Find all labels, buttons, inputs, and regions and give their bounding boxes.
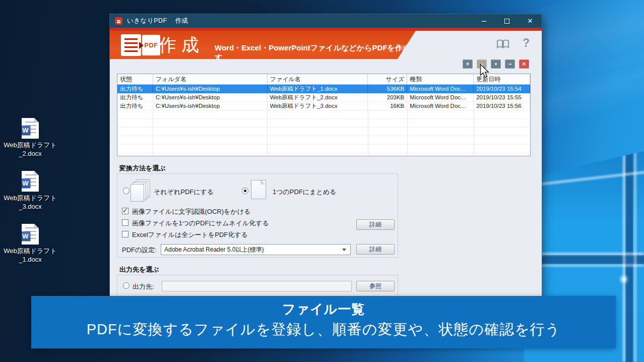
cell-size: 536KB	[368, 85, 407, 93]
manual-book-icon[interactable]	[496, 39, 510, 50]
desktop-icon-docx-3[interactable]: W Web原稿ドラフト_3.docx	[3, 171, 57, 211]
cell-file: Web原稿ドラフト_3.docx	[268, 102, 368, 110]
title-bar[interactable]: いきなりPDF 作成 ─ ✕	[110, 14, 542, 28]
cell-type: Microsoft Word Doc...	[407, 93, 474, 101]
mouse-cursor	[479, 64, 490, 79]
thumbnail-detail-button[interactable]: 詳細	[356, 219, 395, 230]
page-title: 作成	[159, 33, 204, 57]
browse-button[interactable]: 参照	[356, 281, 395, 291]
close-button[interactable]: ✕	[519, 14, 542, 28]
radio-output-path[interactable]	[123, 282, 130, 289]
word-file-icon: W	[22, 224, 39, 245]
table-row[interactable]: 出力待ち C:¥Users¥s-ish¥Desktop Web原稿ドラフト_1.…	[117, 85, 530, 93]
checkbox-thumbnail-label[interactable]: 画像ファイルを1つのPDFにサムネイル化する	[132, 219, 269, 228]
grid-line	[267, 110, 268, 155]
output-group: 出力先: 参照	[117, 275, 398, 296]
checkbox-ocr-label[interactable]: 画像ファイルに文字認識(OCR)をかける	[132, 207, 250, 216]
add-file-button[interactable]: +	[463, 59, 473, 69]
cell-folder: C:¥Users¥s-ish¥Desktop	[153, 102, 268, 110]
desktop-icon-label: Web原稿ドラフト_1.docx	[3, 247, 57, 264]
grid-line	[153, 110, 153, 155]
minimize-button[interactable]: ─	[472, 14, 495, 28]
cell-file: Web原稿ドラフト_2.docx	[268, 93, 368, 101]
app-icon	[115, 17, 122, 25]
maximize-icon	[504, 19, 509, 24]
maximize-button[interactable]	[495, 14, 519, 28]
radio-each-pdf[interactable]	[123, 188, 130, 194]
caption-title: ファイル一覧	[31, 300, 616, 318]
checkbox-excel-sheets[interactable]	[122, 231, 128, 237]
wallpaper-glow-line	[524, 265, 644, 266]
column-header-size[interactable]: サイズ	[368, 74, 407, 84]
conversion-section-title: 変換方法を選ぶ	[119, 164, 166, 173]
wallpaper-glow-line	[634, 151, 636, 362]
cell-size: 203KB	[368, 93, 407, 101]
grid-line	[474, 110, 474, 155]
wallpaper-glow-line	[524, 253, 644, 255]
cell-status: 出力待ち	[117, 85, 153, 93]
cell-size: 16KB	[368, 102, 407, 110]
window-title-app: いきなりPDF	[127, 17, 167, 25]
table-empty-area	[117, 110, 530, 155]
cell-modified: 2019/10/23 15:55	[474, 93, 530, 101]
wallpaper-glow-line	[623, 151, 625, 362]
document-icon	[121, 34, 141, 56]
word-file-icon: W	[22, 118, 39, 139]
arrow-icon	[139, 42, 144, 49]
cell-status: 出力待ち	[117, 102, 153, 110]
checkbox-thumbnail[interactable]	[122, 219, 128, 226]
column-header-folder[interactable]: フォルダ名	[153, 74, 268, 84]
single-page-icon	[251, 180, 266, 199]
cell-type: Microsoft Word Doc...	[407, 102, 474, 110]
word-logo-badge: W	[21, 178, 30, 188]
grid-line	[407, 110, 408, 155]
table-row[interactable]: 出力待ち C:¥Users¥s-ish¥Desktop Web原稿ドラフト_3.…	[117, 102, 530, 110]
checkbox-ocr[interactable]	[122, 208, 128, 214]
cell-folder: C:¥Users¥s-ish¥Desktop	[153, 93, 268, 101]
checkbox-excel-sheets-label[interactable]: Excelファイルは全シートをPDF化する	[132, 230, 248, 239]
create-pdf-icon: PDF	[121, 34, 160, 56]
table-row[interactable]: 出力待ち C:¥Users¥s-ish¥Desktop Web原稿ドラフト_2.…	[117, 93, 530, 102]
caption-description: PDFに変換するファイルを登録し、順番の変更や、状態の確認を行う	[31, 320, 616, 340]
output-path-label[interactable]: 出力先:	[133, 282, 154, 291]
output-path-input[interactable]	[162, 281, 352, 291]
cell-status: 出力待ち	[117, 93, 153, 101]
move-down-button[interactable]: ▼	[491, 59, 501, 69]
header-banner: PDF 作成 Word・Excel・PowerPointファイルなどからPDFを…	[110, 31, 427, 59]
conversion-group: それぞれPDFにする 1つのPDFにまとめる 画像ファイルに文字認識(OCR)を…	[117, 173, 398, 258]
pdf-page-icon: PDF	[142, 35, 160, 55]
pdf-setting-label: PDFの設定:	[122, 246, 157, 255]
cell-type: Microsoft Word Doc...	[407, 85, 474, 93]
desktop-icon-label: Web原稿ドラフト_2.docx	[3, 141, 57, 158]
cell-file: Web原稿ドラフト_1.docx	[268, 85, 368, 93]
remove-file-button[interactable]: −	[505, 59, 515, 69]
word-logo-badge: W	[21, 231, 30, 241]
desktop-icon-docx-2[interactable]: W Web原稿ドラフト_2.docx	[3, 118, 57, 158]
column-header-type[interactable]: 種類	[407, 74, 474, 84]
radio-each-pdf-label[interactable]: それぞれPDFにする	[154, 188, 214, 197]
multiple-pages-icon	[131, 179, 152, 203]
file-list-table: 状態 フォルダ名 ファイル名 サイズ 種類 更新日時 出力待ち C:¥Users…	[117, 74, 531, 156]
output-section-title: 出力先を選ぶ	[119, 265, 159, 274]
word-file-icon: W	[22, 171, 39, 192]
window-controls: ─ ✕	[472, 14, 542, 28]
word-logo-badge: W	[21, 126, 30, 135]
header-red-strip	[110, 28, 542, 31]
column-header-status[interactable]: 状態	[117, 74, 153, 84]
cell-modified: 2019/10/23 15:54	[474, 85, 530, 93]
cell-folder: C:¥Users¥s-ish¥Desktop	[153, 85, 268, 93]
help-icon[interactable]: ?	[521, 36, 531, 50]
pdf-setting-dropdown[interactable]: Adobe Acrobat Reader 5.0以上(標準)	[161, 244, 351, 255]
desktop-icon-docx-1[interactable]: W Web原稿ドラフト_1.docx	[3, 224, 57, 264]
grid-line	[368, 110, 368, 155]
radio-merge-pdf[interactable]	[242, 188, 248, 194]
window-title-mode: 作成	[175, 17, 188, 25]
page-description: Word・Excel・PowerPointファイルなどからPDFを作成します	[215, 43, 427, 63]
column-header-file[interactable]: ファイル名	[268, 74, 368, 84]
clear-list-button[interactable]: ✕	[519, 59, 529, 69]
radio-merge-pdf-label[interactable]: 1つのPDFにまとめる	[273, 188, 336, 197]
wallpaper-glow-star	[621, 276, 627, 282]
pdf-setting-detail-button[interactable]: 詳細	[356, 244, 395, 255]
cell-modified: 2019/10/23 15:56	[474, 102, 530, 110]
table-header-row: 状態 フォルダ名 ファイル名 サイズ 種類 更新日時	[117, 74, 530, 85]
